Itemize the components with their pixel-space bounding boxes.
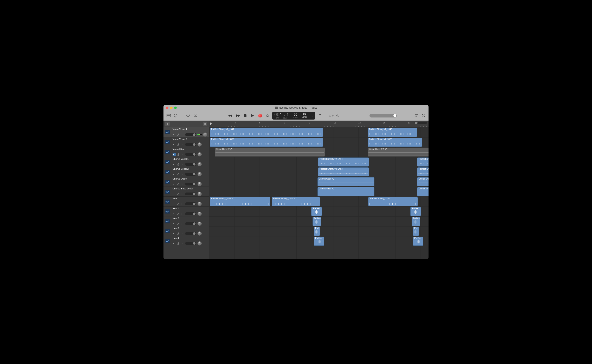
audio-region[interactable]: Verse Oboe_2 xyxy=(215,148,325,157)
track-header[interactable]: Chorus Bass Vocal xyxy=(163,187,209,197)
input-monitor-button[interactable] xyxy=(180,163,184,166)
notepad-button[interactable] xyxy=(414,113,419,118)
arrange-area[interactable]: 1357911131517 Podfeet Shanty v2_1#47Podf… xyxy=(209,121,429,259)
master-volume-slider[interactable] xyxy=(370,114,397,117)
audio-region[interactable]: Podfeet Shanty v2_8#14 xyxy=(318,157,369,167)
track-name-label[interactable]: Huh 1 xyxy=(173,207,208,210)
audio-region[interactable]: Pod xyxy=(413,227,419,236)
solo-button[interactable] xyxy=(176,242,180,245)
solo-button[interactable] xyxy=(176,192,180,196)
track-volume-slider[interactable] xyxy=(185,232,196,235)
track-volume-thumb[interactable] xyxy=(193,203,195,205)
audio-region[interactable]: Podfeet Shanty_7#40.6 xyxy=(272,197,320,206)
pan-knob[interactable] xyxy=(198,192,202,196)
audio-region[interactable]: Chorus Ob xyxy=(417,177,429,186)
audio-region[interactable]: Podfeet xyxy=(413,237,423,246)
track-volume-thumb[interactable] xyxy=(193,193,195,195)
audio-region[interactable]: Podfeet Sh xyxy=(417,167,429,176)
track-name-label[interactable]: Chorus Vocal 2 xyxy=(173,168,208,170)
track-name-label[interactable]: Huh 3 xyxy=(173,227,208,229)
mute-button[interactable] xyxy=(173,133,176,136)
track-name-label[interactable]: Huh 4 xyxy=(173,237,208,239)
audio-region[interactable]: Verse Oboe_2.1 xyxy=(368,148,429,157)
play-button[interactable] xyxy=(250,113,255,118)
track-volume-thumb[interactable] xyxy=(193,232,195,235)
input-monitor-button[interactable] xyxy=(180,212,184,215)
pan-knob[interactable] xyxy=(198,241,202,246)
pan-knob[interactable] xyxy=(198,221,202,226)
audio-region[interactable]: Podfeet Shanty_7#40.8 xyxy=(210,197,270,206)
stop-button[interactable] xyxy=(243,113,248,118)
pan-knob[interactable] xyxy=(198,152,202,156)
loop-browser-button[interactable] xyxy=(421,113,426,118)
add-track-button[interactable]: + xyxy=(165,122,170,126)
track-header[interactable]: Chorus Vocal 2 xyxy=(163,167,209,177)
lcd-key[interactable]: Cmaj xyxy=(302,116,307,118)
pan-knob[interactable] xyxy=(198,182,202,186)
pan-knob[interactable] xyxy=(198,202,202,206)
library-button[interactable] xyxy=(166,113,171,118)
track-volume-thumb[interactable] xyxy=(193,163,195,166)
input-monitor-button[interactable] xyxy=(180,232,184,235)
solo-button[interactable] xyxy=(176,173,180,176)
track-volume-slider[interactable] xyxy=(185,222,196,225)
mute-button[interactable] xyxy=(173,222,176,225)
audio-region[interactable]: Chorus Oboe xyxy=(317,177,374,186)
audio-region[interactable]: Pod xyxy=(314,227,320,236)
track-name-label[interactable]: Chorus Bass Vocal xyxy=(173,187,208,190)
catch-playhead-button[interactable] xyxy=(203,122,207,126)
track-volume-slider[interactable] xyxy=(185,202,196,205)
mute-button[interactable] xyxy=(173,182,176,186)
solo-button[interactable] xyxy=(176,232,180,235)
track-volume-slider[interactable] xyxy=(185,212,196,215)
track-header[interactable]: Verse Oboe xyxy=(163,147,209,157)
track-volume-slider[interactable] xyxy=(185,193,196,195)
track-name-label[interactable]: Huh 2 xyxy=(173,217,208,220)
mute-button[interactable] xyxy=(173,202,176,206)
track-name-label[interactable]: Verse Vocal 2 xyxy=(173,138,208,140)
input-monitor-button[interactable] xyxy=(180,192,184,196)
audio-region[interactable]: Podfeet xyxy=(314,237,324,246)
mute-button[interactable] xyxy=(173,232,176,235)
track-header[interactable]: Huh 2 xyxy=(163,216,209,226)
input-monitor-button[interactable] xyxy=(180,222,184,225)
track-volume-thumb[interactable] xyxy=(193,143,195,146)
audio-region[interactable]: Podfeet Shanty v2_9#26 xyxy=(368,138,422,147)
track-volume-thumb[interactable] xyxy=(193,213,195,215)
cycle-button[interactable] xyxy=(265,113,270,118)
rewind-button[interactable] xyxy=(228,113,233,118)
solo-button[interactable] xyxy=(176,212,180,215)
track-volume-thumb[interactable] xyxy=(193,173,195,176)
input-monitor-button[interactable] xyxy=(180,133,184,136)
audio-region[interactable]: Podfeet Shanty v2_6#03 xyxy=(318,167,369,176)
mute-button[interactable] xyxy=(173,192,176,196)
track-header[interactable]: Verse Vocal 1 xyxy=(163,127,209,137)
fullscreen-window-button[interactable] xyxy=(174,107,177,109)
track-header[interactable]: Huh 1 xyxy=(163,207,209,216)
timeline-ruler[interactable]: 1357911131517 xyxy=(209,121,429,127)
pan-knob[interactable] xyxy=(198,162,202,166)
track-volume-thumb[interactable] xyxy=(193,242,195,245)
audio-region[interactable]: Podfeet Shanty v2_9#23 xyxy=(210,138,323,147)
horizontal-zoom-scroll[interactable] xyxy=(415,122,427,124)
scissors-button[interactable] xyxy=(193,113,197,118)
track-volume-thumb[interactable] xyxy=(193,133,195,136)
mute-button[interactable] xyxy=(173,173,176,176)
input-monitor-button[interactable] xyxy=(180,242,184,245)
minimize-window-button[interactable] xyxy=(170,107,173,109)
track-header[interactable]: Huh 4 xyxy=(163,236,209,246)
audio-region[interactable]: Podfeet xyxy=(410,207,421,216)
pan-knob[interactable] xyxy=(198,212,202,216)
input-monitor-button[interactable] xyxy=(180,202,184,206)
lcd-signature[interactable]: 4/4 xyxy=(303,113,306,115)
master-volume-thumb[interactable] xyxy=(393,114,396,117)
mute-button[interactable] xyxy=(173,143,176,146)
solo-button[interactable] xyxy=(176,153,180,156)
forward-button[interactable] xyxy=(235,113,240,118)
track-volume-slider[interactable] xyxy=(185,153,196,156)
track-volume-slider[interactable] xyxy=(185,183,196,186)
audio-region[interactable]: Podfee xyxy=(313,217,321,226)
lcd-tempo[interactable]: 90 xyxy=(294,113,297,116)
horizontal-zoom-thumb[interactable] xyxy=(415,122,417,124)
track-volume-slider[interactable] xyxy=(185,143,196,146)
